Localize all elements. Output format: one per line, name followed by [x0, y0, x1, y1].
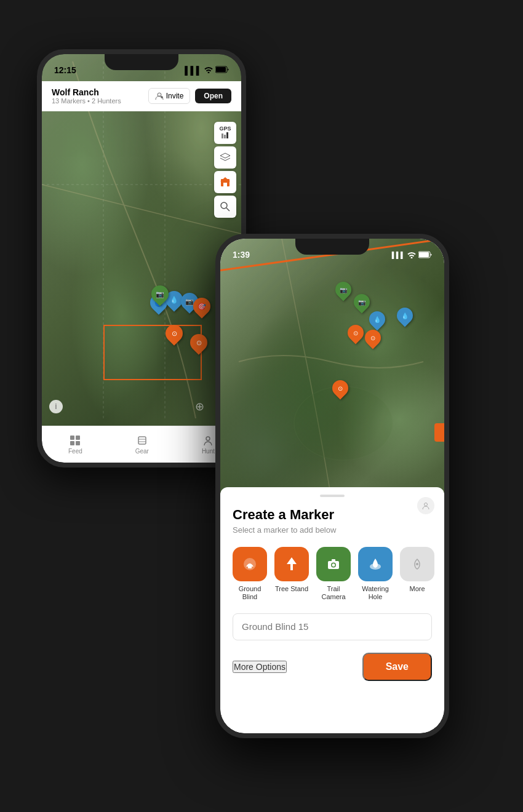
map-pin-green-1[interactable]: 📷 — [151, 285, 169, 303]
back-header: Wolf Ranch 13 Markers • 2 Hunters Invite… — [42, 81, 241, 111]
front-status-icons: ▌▌▌ — [392, 251, 432, 258]
front-map: 📷 📷 💧 — [220, 239, 444, 497]
svg-point-26 — [425, 503, 428, 506]
tab-hunt-label: Hunt — [202, 448, 215, 455]
trail-camera-icon — [316, 547, 351, 581]
marker-type-watering-hole[interactable]: WateringHole — [358, 547, 393, 601]
tree-stand-icon — [274, 547, 309, 581]
back-phone: 12:15 ▌▌▌ Wolf Ranch 13 Markers • 2 Hunt… — [37, 49, 246, 468]
sheet-subtitle: Select a marker to add below — [233, 525, 432, 535]
property-name: Wolf Ranch — [52, 87, 121, 97]
home-button[interactable] — [214, 171, 236, 193]
back-phone-notch — [105, 54, 178, 70]
map-pin-orange-1[interactable]: 🎯 — [193, 298, 210, 315]
gps-button[interactable]: GPS — [214, 122, 236, 144]
more-icon — [400, 547, 434, 581]
svg-rect-19 — [138, 437, 146, 444]
front-signal-icon: ▌▌▌ — [392, 252, 405, 258]
save-button[interactable]: Save — [362, 653, 432, 681]
svg-point-37 — [416, 563, 418, 565]
svg-rect-1 — [216, 67, 226, 72]
search-button[interactable] — [214, 196, 236, 218]
tree-stand-label: Tree Stand — [275, 585, 308, 593]
svg-point-22 — [206, 437, 210, 440]
bottom-sheet: Create a Marker Select a marker to add b… — [220, 487, 444, 733]
layers-button[interactable] — [214, 146, 236, 169]
map-pin-orange-3[interactable]: ⊙ — [190, 334, 207, 351]
trail-camera-label: TrailCamera — [321, 585, 345, 601]
watering-hole-icon — [358, 547, 393, 581]
property-info: Wolf Ranch 13 Markers • 2 Hunters — [52, 87, 121, 105]
tab-bar: Feed Gear Hunt — [42, 426, 241, 463]
front-map-background: 📷 📷 💧 — [220, 239, 444, 497]
wifi-icon — [204, 66, 213, 75]
property-sub: 13 Markers • 2 Hunters — [52, 97, 121, 105]
front-pin-orange-1[interactable]: ⊙ — [348, 325, 364, 341]
front-pin-orange-3[interactable]: ⊙ — [332, 380, 348, 396]
svg-rect-5 — [222, 133, 223, 138]
front-pin-blue-1[interactable]: 💧 — [369, 311, 385, 327]
marker-type-ground-blind[interactable]: GroundBlind — [233, 547, 267, 601]
map-tools: GPS — [214, 122, 236, 218]
svg-rect-31 — [289, 562, 294, 564]
marker-type-trail-camera[interactable]: TrailCamera — [316, 547, 351, 601]
svg-rect-10 — [223, 183, 227, 186]
svg-marker-8 — [220, 153, 230, 158]
marker-type-selector: GroundBlind Tree Stand — [233, 547, 432, 601]
info-button[interactable]: i — [49, 400, 63, 413]
front-status-bar: 1:39 ▌▌▌ — [220, 239, 444, 266]
sheet-handle — [320, 495, 345, 497]
svg-rect-16 — [76, 436, 80, 440]
front-wifi-icon — [407, 252, 416, 258]
map-pin-orange-2[interactable]: ⊙ — [166, 325, 183, 342]
back-status-icons: ▌▌▌ — [185, 66, 229, 75]
tab-gear-label: Gear — [135, 448, 149, 455]
tab-hunt[interactable]: Hunt — [202, 434, 215, 455]
svg-rect-6 — [224, 135, 226, 138]
more-options-button[interactable]: More Options — [233, 661, 287, 673]
marker-type-tree-stand[interactable]: Tree Stand — [274, 547, 309, 593]
svg-point-13 — [221, 202, 227, 209]
open-button[interactable]: Open — [195, 89, 231, 103]
svg-rect-7 — [226, 132, 228, 138]
battery-icon — [215, 66, 229, 75]
front-pin-orange-edge[interactable] — [434, 423, 444, 442]
svg-rect-12 — [224, 178, 226, 181]
front-pin-blue-2[interactable]: 💧 — [397, 308, 413, 324]
front-phone: 1:39 ▌▌▌ — [215, 234, 449, 738]
sheet-close-button[interactable] — [417, 497, 434, 514]
phone-container: 12:15 ▌▌▌ Wolf Ranch 13 Markers • 2 Hunt… — [0, 0, 523, 812]
svg-rect-29 — [290, 564, 293, 570]
sheet-actions: More Options Save — [233, 653, 432, 681]
invite-label: Invite — [166, 92, 184, 100]
watering-hole-label: WateringHole — [362, 585, 389, 601]
ground-blind-label: GroundBlind — [239, 585, 262, 601]
svg-rect-35 — [332, 559, 335, 562]
tab-feed-label: Feed — [68, 448, 82, 455]
tab-feed[interactable]: Feed — [68, 434, 82, 455]
compass: ⊕ — [195, 400, 204, 413]
svg-rect-15 — [70, 436, 74, 440]
svg-rect-28 — [248, 564, 252, 568]
name-input[interactable] — [242, 621, 423, 632]
front-pin-orange-2[interactable]: ⊙ — [365, 330, 381, 346]
marker-type-more[interactable]: More — [400, 547, 434, 593]
header-actions: Invite Open — [148, 88, 231, 104]
svg-rect-18 — [76, 441, 80, 445]
ground-blind-icon — [233, 547, 267, 581]
svg-line-14 — [226, 208, 230, 211]
name-input-container[interactable] — [233, 613, 432, 640]
back-time: 12:15 — [54, 65, 76, 75]
svg-point-34 — [332, 563, 335, 567]
signal-icon: ▌▌▌ — [185, 66, 202, 75]
front-pin-green-1[interactable]: 📷 — [335, 282, 351, 298]
front-time: 1:39 — [233, 250, 250, 260]
front-battery-icon — [418, 251, 432, 258]
sheet-title: Create a Marker — [233, 507, 432, 523]
svg-rect-24 — [419, 252, 429, 257]
front-pin-green-2[interactable]: 📷 — [354, 294, 370, 310]
more-label: More — [409, 585, 425, 593]
invite-button[interactable]: Invite — [148, 88, 191, 104]
svg-point-25 — [294, 386, 393, 460]
tab-gear[interactable]: Gear — [135, 434, 149, 455]
